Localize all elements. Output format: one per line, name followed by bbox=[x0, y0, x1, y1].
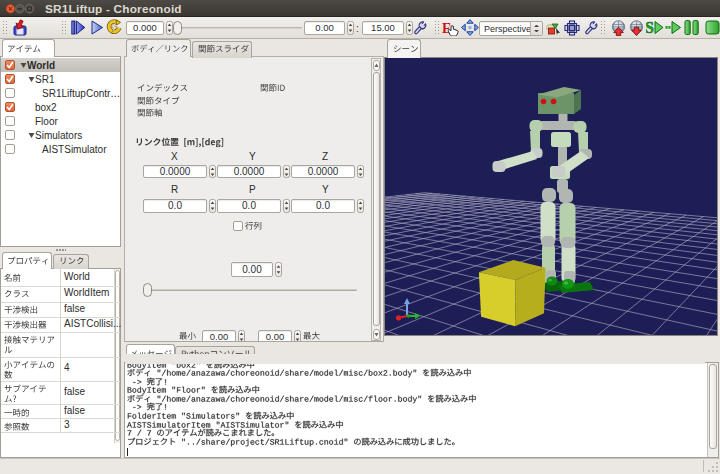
svg-text:S: S bbox=[646, 19, 654, 36]
